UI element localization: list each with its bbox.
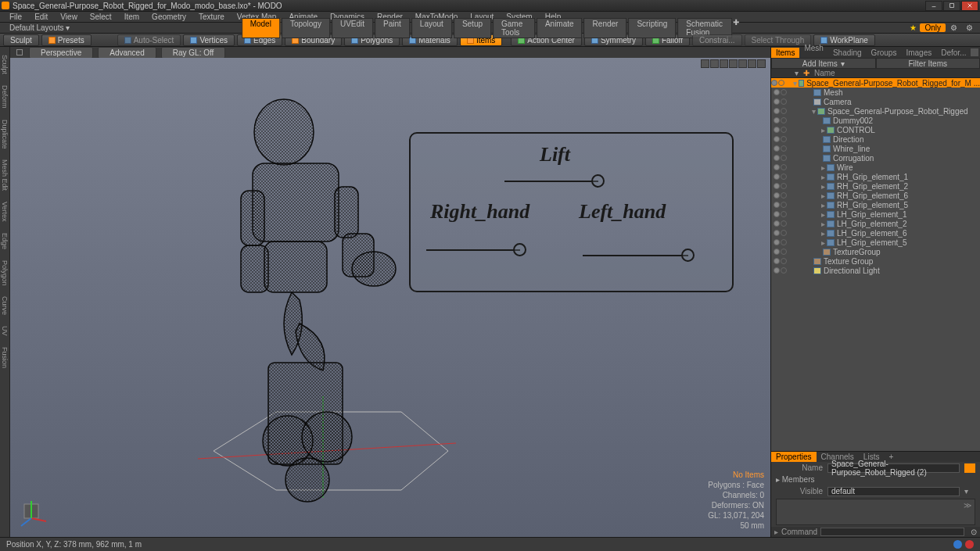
visibility-icon[interactable] (774, 202, 780, 208)
render-vis-icon[interactable] (781, 155, 787, 161)
tree-item[interactable]: Whire_line (771, 144, 980, 153)
maximize-button[interactable] (943, 1, 960, 11)
tree-item[interactable]: ▸Wire (771, 163, 980, 172)
expand-icon[interactable]: ▸ (820, 238, 827, 247)
gear-icon[interactable]: ⚙ (950, 23, 961, 32)
visibility-icon[interactable] (774, 230, 780, 236)
visibility-icon[interactable] (774, 145, 780, 152)
visibility-icon[interactable] (771, 80, 777, 86)
tree-item[interactable]: ▸LH_Grip_element_6 (771, 228, 980, 238)
raygl-tab[interactable]: Ray GL: Off (161, 47, 226, 59)
visibility-icon[interactable] (774, 267, 780, 274)
render-vis-icon[interactable] (781, 183, 787, 189)
perspective-tab[interactable]: Perspective (29, 47, 93, 59)
expand-icon[interactable]: ▸ (820, 229, 827, 238)
leftstrip-edge[interactable]: Edge (0, 228, 9, 254)
menu-item[interactable]: Item (118, 13, 145, 21)
visibility-icon[interactable] (774, 164, 780, 170)
right-tab-images[interactable]: Images (901, 48, 936, 58)
view-maximize-icon[interactable] (16, 49, 23, 55)
layout-tab-render[interactable]: Render (584, 18, 627, 38)
minimize-button[interactable] (925, 1, 942, 11)
command-go-icon[interactable]: ⊙ (967, 528, 980, 536)
members-section[interactable]: ▸ Members (771, 474, 980, 485)
default-layouts-dropdown[interactable]: Default Layouts ▾ (5, 23, 74, 32)
close-button[interactable] (961, 1, 978, 11)
vp-icon-4[interactable] (729, 59, 738, 68)
tree-item[interactable]: ▾Space_General-Purpose_Robot_Rigged_for_… (771, 78, 980, 88)
advanced-tab[interactable]: Advanced (98, 47, 156, 59)
render-vis-icon[interactable] (781, 211, 787, 217)
visibility-icon[interactable] (774, 211, 780, 217)
right-tab-items[interactable]: Items (771, 48, 799, 58)
add-icon[interactable]: ✚ (803, 69, 809, 77)
menu-view[interactable]: View (54, 13, 84, 21)
prop-tab-properties[interactable]: Properties (771, 452, 817, 462)
autoselect-button[interactable]: Auto-Select (117, 34, 181, 46)
render-vis-icon[interactable] (781, 192, 787, 199)
visibility-icon[interactable] (774, 108, 780, 114)
viewport-3d[interactable]: Lift Right_hand Left_hand No Items Polyg… (10, 58, 770, 537)
render-vis-icon[interactable] (781, 164, 787, 170)
leftstrip-sculpt[interactable]: Sculpt (0, 50, 9, 79)
color-swatch[interactable] (964, 463, 975, 473)
visibility-icon[interactable] (774, 174, 780, 180)
tree-item[interactable]: Direction (771, 134, 980, 144)
tree-item[interactable]: ▸LH_Grip_element_2 (771, 219, 980, 228)
tree-item[interactable]: ▸RH_Grip_element_5 (771, 200, 980, 209)
render-vis-icon[interactable] (781, 98, 787, 105)
render-vis-icon[interactable] (781, 220, 787, 227)
render-vis-icon[interactable] (781, 136, 787, 142)
leftstrip-vertex[interactable]: Vertex (0, 197, 9, 227)
expand-icon[interactable]: ▸ (820, 201, 827, 209)
add-items-button[interactable]: Add Items▾ (771, 58, 876, 69)
leftstrip-mesh-edit[interactable]: Mesh Edit (0, 155, 9, 195)
name-field[interactable]: Space_General-Purpose_Robot_Rigged (2) (827, 463, 960, 473)
render-vis-icon[interactable] (781, 108, 787, 114)
sculpt-button[interactable]: Sculpt (3, 34, 39, 46)
render-vis-icon[interactable] (778, 80, 784, 86)
render-vis-icon[interactable] (781, 249, 787, 255)
expand-icon[interactable]: ▸ (820, 191, 827, 200)
render-vis-icon[interactable] (781, 230, 787, 236)
slider-knob-icon[interactable] (681, 249, 695, 262)
lift-slider[interactable] (504, 181, 598, 182)
vp-icon-1[interactable] (701, 59, 709, 68)
gear-icon-2[interactable]: ⚙ (966, 23, 977, 32)
menu-texture[interactable]: Texture (192, 13, 231, 21)
command-input[interactable] (820, 528, 964, 536)
leftstrip-duplicate[interactable]: Duplicate (0, 115, 9, 154)
visibility-icon[interactable] (774, 249, 780, 255)
right-tab-groups[interactable]: Groups (867, 48, 902, 58)
visibility-icon[interactable] (774, 192, 780, 199)
layout-tab-animate[interactable]: Animate (537, 18, 583, 38)
menu-geometry[interactable]: Geometry (145, 13, 192, 21)
layout-tab-scripting[interactable]: Scripting (628, 18, 676, 38)
leftstrip-polygon[interactable]: Polygon (0, 256, 9, 291)
layout-tab-setup[interactable]: Setup (454, 18, 491, 38)
layout-tab-topology[interactable]: Topology (282, 18, 330, 38)
layout-tab-model[interactable]: Model (242, 18, 280, 38)
expand-icon[interactable]: ▸ (820, 173, 827, 181)
only-button[interactable]: Only (920, 23, 946, 32)
slider-knob-icon[interactable] (591, 174, 605, 188)
render-vis-icon[interactable] (781, 117, 787, 123)
tree-item[interactable]: Directional Light (771, 266, 980, 275)
render-vis-icon[interactable] (781, 127, 787, 133)
vertices-button[interactable]: Vertices (183, 34, 235, 46)
visibility-icon[interactable] (774, 239, 780, 245)
visibility-icon[interactable] (774, 183, 780, 189)
leftstrip-uv[interactable]: UV (0, 321, 9, 341)
slider-knob-icon[interactable] (513, 243, 526, 256)
tree-item[interactable]: ▸LH_Grip_element_5 (771, 238, 980, 247)
tree-item[interactable]: Dummy002 (771, 116, 980, 125)
render-vis-icon[interactable] (781, 239, 787, 245)
expand-icon[interactable]: ▾ (810, 107, 817, 116)
chevron-down-icon[interactable]: ▾ (795, 69, 799, 77)
right-tab-shading[interactable]: Shading (828, 48, 867, 58)
visible-dropdown[interactable]: default (827, 487, 960, 496)
visibility-icon[interactable] (774, 89, 780, 95)
expand-icon[interactable]: ▸ (820, 182, 827, 191)
tree-item[interactable]: Texture Group (771, 256, 980, 266)
expand-icon[interactable]: ▸ (820, 210, 827, 219)
